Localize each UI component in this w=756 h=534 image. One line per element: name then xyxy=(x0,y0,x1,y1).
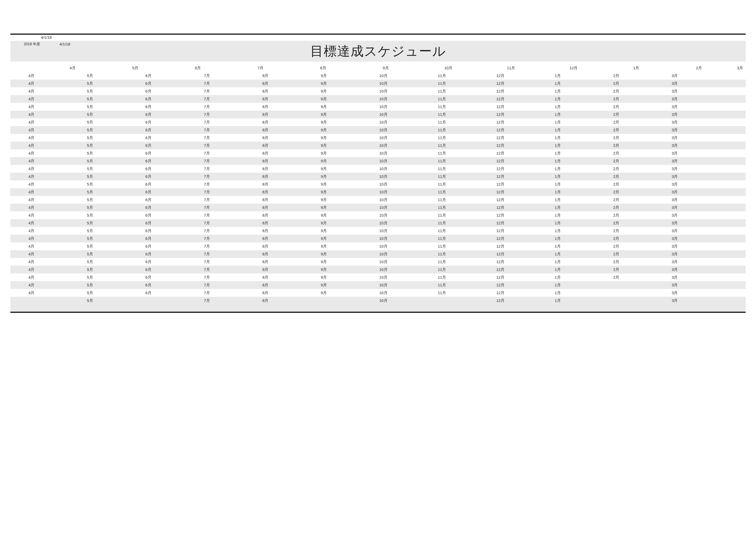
cell: 4月 xyxy=(28,128,87,133)
cell: 8月 xyxy=(262,290,321,295)
cell: 1月 xyxy=(555,244,613,249)
cell: 2月 xyxy=(613,190,672,195)
cell: 11月 xyxy=(438,259,496,264)
table-row: 4月5月6月7月8月9月10月11月12月1月2月3月 xyxy=(10,87,746,95)
table-row: 4月5月6月7月8月9月10月11月12月1月2月3月 xyxy=(10,180,746,188)
cell: 11月 xyxy=(438,275,496,280)
cell: 2月 xyxy=(613,267,672,272)
cell: 1月 xyxy=(555,182,613,187)
footer-band xyxy=(10,305,746,312)
cell: 5月 xyxy=(87,236,145,241)
cell: 4月 xyxy=(28,81,87,86)
table-row: 4月5月6月7月8月9月10月11月12月1月3月 xyxy=(10,281,746,289)
cell: 11月 xyxy=(438,182,496,187)
cell: 11月 xyxy=(438,244,496,249)
cell: 5月 xyxy=(87,73,145,78)
cell: 3月 xyxy=(672,252,730,257)
title-band: 2018 年度 4/1/18 目標達成スケジュール xyxy=(10,41,746,62)
col-header: 9月 xyxy=(355,66,417,70)
cell: 2月 xyxy=(613,275,672,280)
page-title: 目標達成スケジュール xyxy=(10,43,746,60)
cell: 7月 xyxy=(204,198,262,202)
cell: 11月 xyxy=(438,228,496,233)
cell: 5月 xyxy=(87,151,145,156)
cell: 4月 xyxy=(28,267,87,272)
cell: 9月 xyxy=(321,135,379,140)
cell: 11月 xyxy=(438,252,496,257)
cell: 3月 xyxy=(672,283,730,288)
cell: 4月 xyxy=(28,275,87,280)
cell: 4月 xyxy=(28,213,87,218)
cell: 4月 xyxy=(28,167,87,172)
cell: 12月 xyxy=(496,89,554,94)
cell: 8月 xyxy=(262,221,321,226)
cell: 12月 xyxy=(496,221,554,226)
cell: 9月 xyxy=(321,174,379,179)
cell: 9月 xyxy=(321,198,379,202)
cell: 12月 xyxy=(496,228,554,233)
cell: 1月 xyxy=(555,135,613,140)
cell: 2月 xyxy=(613,167,672,172)
table-row: 4月5月6月7月8月9月10月11月12月1月2月3月 xyxy=(10,72,746,80)
table-row: 4月5月6月7月8月9月10月11月12月1月2月3月 xyxy=(10,149,746,157)
cell: 5月 xyxy=(87,213,145,218)
cell: 5月 xyxy=(87,120,145,125)
cell: 7月 xyxy=(204,252,262,257)
cell: 1月 xyxy=(555,213,613,218)
cell: 4月 xyxy=(28,283,87,288)
cell: 11月 xyxy=(438,81,496,86)
cell: 11月 xyxy=(438,236,496,241)
cell: 6月 xyxy=(145,120,204,125)
cell: 2月 xyxy=(613,236,672,241)
table-row: 4月5月6月7月8月9月10月11月12月1月2月3月 xyxy=(10,134,746,142)
cell: 3月 xyxy=(672,89,730,94)
table-row: 4月5月6月7月8月9月10月11月12月1月2月3月 xyxy=(10,119,746,126)
cell: 7月 xyxy=(204,104,262,109)
cell: 2月 xyxy=(613,97,672,102)
cell: 10月 xyxy=(379,135,438,140)
cell: 6月 xyxy=(145,143,204,148)
cell: 10月 xyxy=(379,151,438,156)
table-row: 5月7月8月10月12月1月3月 xyxy=(10,297,746,305)
cell: 1月 xyxy=(555,112,613,117)
cell: 1月 xyxy=(555,228,613,233)
cell: 8月 xyxy=(262,283,321,288)
cell: 7月 xyxy=(204,135,262,140)
cell: 12月 xyxy=(496,283,554,288)
cell: 7月 xyxy=(204,182,262,187)
cell: 1月 xyxy=(555,252,613,257)
cell: 1月 xyxy=(555,143,613,148)
cell: 6月 xyxy=(145,275,204,280)
table-row: 4月5月6月7月8月9月10月11月12月1月2月3月 xyxy=(10,165,746,173)
cell: 12月 xyxy=(496,97,554,102)
cell: 3月 xyxy=(672,228,730,233)
col-header: 5月 xyxy=(104,66,167,70)
cell: 9月 xyxy=(321,244,379,249)
cell: 8月 xyxy=(262,112,321,117)
cell: 3月 xyxy=(672,81,730,86)
cell: 4月 xyxy=(28,205,87,210)
cell: 8月 xyxy=(262,159,321,164)
cell: 8月 xyxy=(262,128,321,133)
cell: 8月 xyxy=(262,120,321,125)
cell: 6月 xyxy=(145,228,204,233)
cell: 5月 xyxy=(87,135,145,140)
cell: 1月 xyxy=(555,298,613,303)
cell: 8月 xyxy=(262,190,321,195)
cell: 9月 xyxy=(321,167,379,172)
cell: 7月 xyxy=(204,128,262,133)
cell: 3月 xyxy=(672,198,730,202)
cell: 10月 xyxy=(379,167,438,172)
cell: 5月 xyxy=(87,174,145,179)
cell: 8月 xyxy=(262,174,321,179)
cell: 8月 xyxy=(262,135,321,140)
col-header: 8月 xyxy=(292,66,355,70)
cell: 4月 xyxy=(28,252,87,257)
cell: 9月 xyxy=(321,283,379,288)
cell: 1月 xyxy=(555,73,613,78)
table-row: 4月5月6月7月8月9月10月11月12月1月2月3月 xyxy=(10,219,746,227)
cell: 7月 xyxy=(204,167,262,172)
cell: 12月 xyxy=(496,275,554,280)
cell: 5月 xyxy=(87,128,145,133)
cell: 1月 xyxy=(555,205,613,210)
